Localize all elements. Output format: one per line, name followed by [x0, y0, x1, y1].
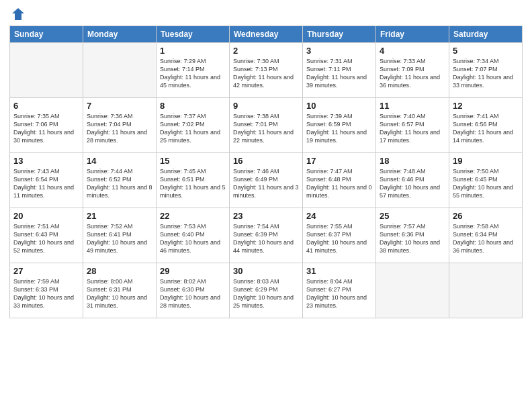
day-info: Sunrise: 7:46 AM Sunset: 6:49 PM Dayligh…: [233, 167, 299, 200]
calendar-cell: [10, 43, 83, 98]
calendar-cell: 11Sunrise: 7:40 AM Sunset: 6:57 PM Dayli…: [376, 98, 449, 153]
calendar-cell: 19Sunrise: 7:50 AM Sunset: 6:45 PM Dayli…: [449, 153, 523, 208]
day-number: 12: [453, 101, 519, 111]
day-info: Sunrise: 8:02 AM Sunset: 6:30 PM Dayligh…: [160, 277, 226, 310]
weekday-header: Tuesday: [157, 26, 230, 43]
day-info: Sunrise: 7:48 AM Sunset: 6:46 PM Dayligh…: [380, 167, 445, 200]
day-number: 31: [306, 266, 372, 276]
calendar-cell: 26Sunrise: 7:58 AM Sunset: 6:34 PM Dayli…: [449, 208, 523, 263]
calendar-week-row: 20Sunrise: 7:51 AM Sunset: 6:43 PM Dayli…: [10, 208, 523, 263]
day-info: Sunrise: 8:04 AM Sunset: 6:27 PM Dayligh…: [306, 277, 372, 310]
day-info: Sunrise: 7:40 AM Sunset: 6:57 PM Dayligh…: [380, 112, 445, 145]
weekday-header: Friday: [376, 26, 449, 43]
weekday-header: Wednesday: [230, 26, 303, 43]
logo: [9, 7, 26, 21]
day-number: 5: [453, 46, 519, 56]
day-number: 25: [380, 211, 445, 221]
calendar-cell: 16Sunrise: 7:46 AM Sunset: 6:49 PM Dayli…: [230, 153, 303, 208]
calendar-cell: 3Sunrise: 7:31 AM Sunset: 7:11 PM Daylig…: [303, 43, 376, 98]
day-number: 21: [87, 211, 152, 221]
day-info: Sunrise: 7:37 AM Sunset: 7:02 PM Dayligh…: [160, 112, 226, 145]
calendar-cell: [449, 263, 523, 318]
day-number: 11: [380, 101, 445, 111]
calendar-cell: 4Sunrise: 7:33 AM Sunset: 7:09 PM Daylig…: [376, 43, 449, 98]
day-number: 15: [160, 156, 226, 166]
calendar-cell: 7Sunrise: 7:36 AM Sunset: 7:04 PM Daylig…: [83, 98, 157, 153]
calendar-cell: 23Sunrise: 7:54 AM Sunset: 6:39 PM Dayli…: [230, 208, 303, 263]
day-info: Sunrise: 7:51 AM Sunset: 6:43 PM Dayligh…: [13, 222, 79, 255]
day-info: Sunrise: 7:54 AM Sunset: 6:39 PM Dayligh…: [233, 222, 299, 255]
calendar-cell: 9Sunrise: 7:38 AM Sunset: 7:01 PM Daylig…: [230, 98, 303, 153]
calendar-cell: 20Sunrise: 7:51 AM Sunset: 6:43 PM Dayli…: [10, 208, 83, 263]
calendar-cell: 1Sunrise: 7:29 AM Sunset: 7:14 PM Daylig…: [157, 43, 230, 98]
calendar-cell: 22Sunrise: 7:53 AM Sunset: 6:40 PM Dayli…: [157, 208, 230, 263]
calendar-cell: [83, 43, 157, 98]
day-info: Sunrise: 8:00 AM Sunset: 6:31 PM Dayligh…: [87, 277, 152, 310]
day-info: Sunrise: 7:30 AM Sunset: 7:13 PM Dayligh…: [233, 57, 299, 90]
day-info: Sunrise: 7:52 AM Sunset: 6:41 PM Dayligh…: [87, 222, 152, 255]
calendar-cell: 14Sunrise: 7:44 AM Sunset: 6:52 PM Dayli…: [83, 153, 157, 208]
weekday-header: Saturday: [449, 26, 523, 43]
day-number: 18: [380, 156, 445, 166]
day-number: 22: [160, 211, 226, 221]
calendar-cell: 2Sunrise: 7:30 AM Sunset: 7:13 PM Daylig…: [230, 43, 303, 98]
day-number: 20: [13, 211, 79, 221]
calendar-week-row: 27Sunrise: 7:59 AM Sunset: 6:33 PM Dayli…: [10, 263, 523, 318]
day-number: 7: [87, 101, 152, 111]
calendar-cell: 18Sunrise: 7:48 AM Sunset: 6:46 PM Dayli…: [376, 153, 449, 208]
calendar-cell: 27Sunrise: 7:59 AM Sunset: 6:33 PM Dayli…: [10, 263, 83, 318]
calendar-header-row: SundayMondayTuesdayWednesdayThursdayFrid…: [10, 26, 523, 43]
calendar-week-row: 1Sunrise: 7:29 AM Sunset: 7:14 PM Daylig…: [10, 43, 523, 98]
day-info: Sunrise: 7:47 AM Sunset: 6:48 PM Dayligh…: [306, 167, 372, 200]
calendar-cell: 8Sunrise: 7:37 AM Sunset: 7:02 PM Daylig…: [157, 98, 230, 153]
day-info: Sunrise: 7:43 AM Sunset: 6:54 PM Dayligh…: [13, 167, 79, 200]
calendar-cell: 12Sunrise: 7:41 AM Sunset: 6:56 PM Dayli…: [449, 98, 523, 153]
calendar-cell: 5Sunrise: 7:34 AM Sunset: 7:07 PM Daylig…: [449, 43, 523, 98]
header: [9, 7, 523, 21]
calendar-cell: 29Sunrise: 8:02 AM Sunset: 6:30 PM Dayli…: [157, 263, 230, 318]
calendar-week-row: 13Sunrise: 7:43 AM Sunset: 6:54 PM Dayli…: [10, 153, 523, 208]
day-info: Sunrise: 7:29 AM Sunset: 7:14 PM Dayligh…: [160, 57, 226, 90]
day-info: Sunrise: 7:45 AM Sunset: 6:51 PM Dayligh…: [160, 167, 226, 200]
day-info: Sunrise: 7:31 AM Sunset: 7:11 PM Dayligh…: [306, 57, 372, 90]
day-number: 8: [160, 101, 226, 111]
day-info: Sunrise: 7:44 AM Sunset: 6:52 PM Dayligh…: [87, 167, 152, 200]
calendar-table: SundayMondayTuesdayWednesdayThursdayFrid…: [9, 26, 523, 318]
calendar-cell: 6Sunrise: 7:35 AM Sunset: 7:06 PM Daylig…: [10, 98, 83, 153]
day-number: 19: [453, 156, 519, 166]
day-info: Sunrise: 7:36 AM Sunset: 7:04 PM Dayligh…: [87, 112, 152, 145]
calendar-cell: 31Sunrise: 8:04 AM Sunset: 6:27 PM Dayli…: [303, 263, 376, 318]
day-number: 2: [233, 46, 299, 56]
day-number: 10: [306, 101, 372, 111]
day-info: Sunrise: 7:35 AM Sunset: 7:06 PM Dayligh…: [13, 112, 79, 145]
logo-icon: [11, 7, 26, 21]
day-number: 9: [233, 101, 299, 111]
day-info: Sunrise: 8:03 AM Sunset: 6:29 PM Dayligh…: [233, 277, 299, 310]
page: SundayMondayTuesdayWednesdayThursdayFrid…: [0, 0, 532, 411]
day-info: Sunrise: 7:41 AM Sunset: 6:56 PM Dayligh…: [453, 112, 519, 145]
day-info: Sunrise: 7:58 AM Sunset: 6:34 PM Dayligh…: [453, 222, 519, 255]
weekday-header: Monday: [83, 26, 157, 43]
calendar-cell: 21Sunrise: 7:52 AM Sunset: 6:41 PM Dayli…: [83, 208, 157, 263]
day-number: 29: [160, 266, 226, 276]
calendar-cell: 17Sunrise: 7:47 AM Sunset: 6:48 PM Dayli…: [303, 153, 376, 208]
day-number: 26: [453, 211, 519, 221]
day-number: 4: [380, 46, 445, 56]
calendar-cell: 25Sunrise: 7:57 AM Sunset: 6:36 PM Dayli…: [376, 208, 449, 263]
day-info: Sunrise: 7:50 AM Sunset: 6:45 PM Dayligh…: [453, 167, 519, 200]
day-number: 28: [87, 266, 152, 276]
day-info: Sunrise: 7:38 AM Sunset: 7:01 PM Dayligh…: [233, 112, 299, 145]
day-info: Sunrise: 7:57 AM Sunset: 6:36 PM Dayligh…: [380, 222, 445, 255]
day-info: Sunrise: 7:59 AM Sunset: 6:33 PM Dayligh…: [13, 277, 79, 310]
day-number: 13: [13, 156, 79, 166]
weekday-header: Sunday: [10, 26, 83, 43]
day-number: 30: [233, 266, 299, 276]
day-info: Sunrise: 7:55 AM Sunset: 6:37 PM Dayligh…: [306, 222, 372, 255]
calendar-cell: 30Sunrise: 8:03 AM Sunset: 6:29 PM Dayli…: [230, 263, 303, 318]
calendar-cell: 28Sunrise: 8:00 AM Sunset: 6:31 PM Dayli…: [83, 263, 157, 318]
day-number: 6: [13, 101, 79, 111]
calendar-cell: [376, 263, 449, 318]
day-number: 27: [13, 266, 79, 276]
day-number: 16: [233, 156, 299, 166]
day-info: Sunrise: 7:33 AM Sunset: 7:09 PM Dayligh…: [380, 57, 445, 90]
